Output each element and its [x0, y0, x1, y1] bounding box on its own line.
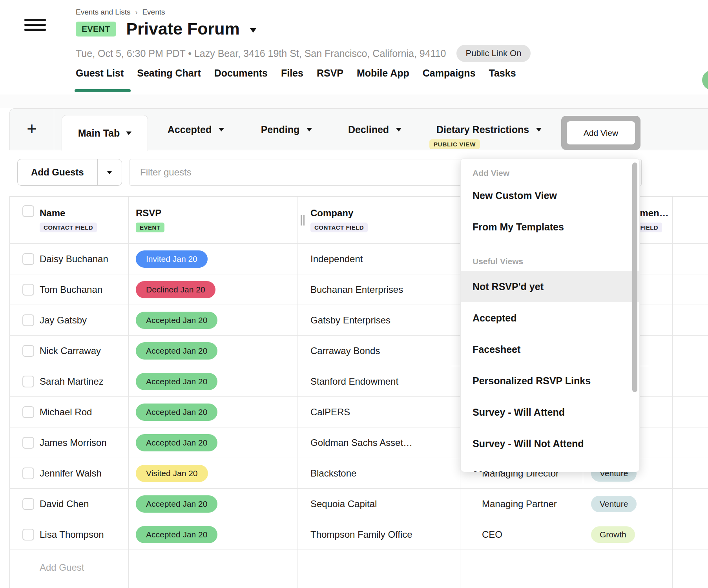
rsvp-status-pill[interactable]: Visited Jan 20: [136, 465, 208, 482]
menu-scrollbar[interactable]: [632, 163, 637, 392]
add-view-tab-button[interactable]: +: [10, 109, 54, 150]
row-checkbox[interactable]: [22, 314, 34, 326]
row-checkbox[interactable]: [22, 498, 34, 510]
guest-company: Stanford Endowment: [310, 376, 398, 387]
view-tab-label: Declined: [348, 124, 389, 135]
chevron-down-icon[interactable]: [307, 128, 312, 131]
row-checkbox[interactable]: [22, 284, 34, 296]
breadcrumb-separator-icon: ›: [135, 8, 137, 16]
chevron-down-icon[interactable]: [126, 131, 131, 135]
guest-name: David Chen: [40, 499, 89, 509]
view-tab-accepted[interactable]: Accepted: [161, 109, 231, 151]
menu-item-from-my-templates[interactable]: From My Templates: [461, 211, 639, 243]
segment-pill: Growth: [591, 526, 635, 543]
rsvp-status-pill[interactable]: Accepted Jan 20: [136, 434, 217, 451]
guest-title: Managing Partner: [482, 499, 557, 509]
column-drag-handle-icon[interactable]: [301, 215, 305, 225]
add-guest-placeholder[interactable]: Add Guest: [40, 562, 84, 573]
add-guests-button[interactable]: Add Guests: [18, 159, 97, 185]
header-cell-extra: [673, 197, 704, 243]
row-checkbox[interactable]: [22, 253, 34, 265]
header-cell-company[interactable]: Company CONTACT FIELD: [297, 197, 460, 243]
guest-company: Buchanan Enterprises: [310, 284, 403, 295]
nav-tab-guest-list[interactable]: Guest List: [76, 68, 124, 79]
row-checkbox[interactable]: [22, 467, 34, 479]
nav-tab-seating-chart[interactable]: Seating Chart: [137, 68, 201, 79]
rsvp-status-pill[interactable]: Accepted Jan 20: [136, 404, 217, 421]
table-row[interactable]: Lisa ThompsonAccepted Jan 20Thompson Fam…: [10, 519, 708, 550]
guest-name: Nick Carraway: [40, 345, 101, 356]
rsvp-status-pill[interactable]: Invited Jan 20: [136, 250, 208, 268]
view-tab-label: Pending: [261, 124, 300, 135]
guest-title: CEO: [482, 529, 502, 540]
nav-tab-documents[interactable]: Documents: [214, 68, 268, 79]
nav-tab-rsvp[interactable]: RSVP: [317, 68, 343, 79]
view-tab-main[interactable]: Main Tab: [62, 115, 148, 151]
add-view-button[interactable]: Add View: [567, 121, 635, 144]
view-tab-label: Dietary Restrictions: [436, 124, 529, 135]
nav-tab-files[interactable]: Files: [281, 68, 303, 79]
column-badge-contact-field: CONTACT FIELD: [310, 223, 368, 232]
view-tab-label: Accepted: [168, 124, 212, 135]
row-checkbox[interactable]: [22, 437, 34, 449]
menu-item-not-rsvp-d-yet[interactable]: Not RSVP'd yet: [461, 271, 639, 302]
view-tab-pending[interactable]: Pending: [253, 109, 320, 151]
rsvp-status-pill[interactable]: Accepted Jan 20: [136, 312, 217, 329]
chevron-down-icon[interactable]: [536, 128, 542, 131]
rsvp-status-pill[interactable]: Accepted Jan 20: [136, 373, 217, 390]
guest-company: Independent: [310, 254, 363, 265]
menu-item-survey-will-not-attend[interactable]: Survey - Will Not Attend: [461, 428, 639, 459]
guest-company: Blackstone: [310, 468, 356, 479]
active-nav-underline: [75, 89, 131, 92]
guest-name: Jennifer Walsh: [40, 468, 102, 479]
row-checkbox[interactable]: [22, 376, 34, 387]
public-link-status-badge[interactable]: Public Link On: [456, 45, 531, 62]
select-all-checkbox[interactable]: [22, 205, 34, 217]
add-guests-dropdown-button[interactable]: [97, 159, 122, 185]
help-fab-icon[interactable]: [702, 70, 708, 90]
row-checkbox[interactable]: [22, 406, 34, 418]
menu-item-new-custom-view[interactable]: New Custom View: [461, 180, 639, 211]
title-dropdown-caret-icon[interactable]: [250, 28, 256, 33]
column-label-rsvp: RSVP: [136, 208, 164, 219]
breadcrumb: Events and Lists › Events: [76, 8, 165, 16]
menu-section-header: Add View: [461, 166, 639, 180]
add-guest-row[interactable]: Add Guest: [10, 550, 708, 585]
guest-name: Jay Gatsby: [40, 315, 87, 326]
nav-tab-mobile-app[interactable]: Mobile App: [357, 68, 409, 79]
header-cell-rsvp[interactable]: RSVP EVENT: [129, 197, 297, 243]
guest-company: Gatsby Enterprises: [310, 315, 390, 326]
guest-company: Sequoia Capital: [310, 499, 377, 509]
table-row[interactable]: David ChenAccepted Jan 20Sequoia Capital…: [10, 489, 708, 519]
menu-section-header: Useful Views: [461, 252, 639, 271]
title-row: EVENT Private Forum: [76, 20, 256, 37]
rsvp-status-pill[interactable]: Accepted Jan 20: [136, 342, 217, 360]
rsvp-status-pill[interactable]: Declined Jan 20: [136, 281, 215, 298]
chevron-down-icon[interactable]: [396, 128, 401, 131]
rsvp-status-pill[interactable]: Accepted Jan 20: [136, 495, 217, 513]
subtitle-row: Tue, Oct 5, 6:30 PM PDT • Lazy Bear, 341…: [76, 45, 531, 62]
menu-item-accepted[interactable]: Accepted: [461, 302, 639, 334]
hamburger-menu-icon[interactable]: [24, 19, 46, 31]
row-checkbox[interactable]: [22, 345, 34, 357]
breadcrumb-events[interactable]: Events: [142, 8, 165, 16]
guest-company: Goldman Sachs Asset…: [310, 437, 412, 448]
header-cell-edge: [704, 197, 708, 243]
row-checkbox[interactable]: [22, 529, 34, 541]
menu-item-survey-will-attend[interactable]: Survey - Will Attend: [461, 396, 639, 428]
menu-item-2024-guests[interactable]: 2024 Guests: [461, 459, 639, 472]
header-cell-name[interactable]: Name CONTACT FIELD: [10, 197, 129, 243]
page-title: Private Forum: [126, 20, 240, 37]
segment-pill: Venture: [591, 496, 637, 512]
rsvp-status-pill[interactable]: Accepted Jan 20: [136, 526, 217, 543]
add-guests-split-button: Add Guests: [17, 159, 122, 186]
nav-tab-campaigns[interactable]: Campaigns: [423, 68, 476, 79]
breadcrumb-events-and-lists[interactable]: Events and Lists: [76, 8, 130, 16]
chevron-down-icon[interactable]: [219, 128, 224, 131]
view-tab-declined[interactable]: Declined: [339, 109, 410, 151]
nav-tab-tasks[interactable]: Tasks: [489, 68, 516, 79]
guest-name: Tom Buchanan: [40, 284, 102, 295]
menu-item-facesheet[interactable]: Facesheet: [461, 334, 639, 365]
guest-company: CalPERS: [310, 407, 350, 418]
menu-item-personalized-rsvp-links[interactable]: Personalized RSVP Links: [461, 365, 639, 396]
